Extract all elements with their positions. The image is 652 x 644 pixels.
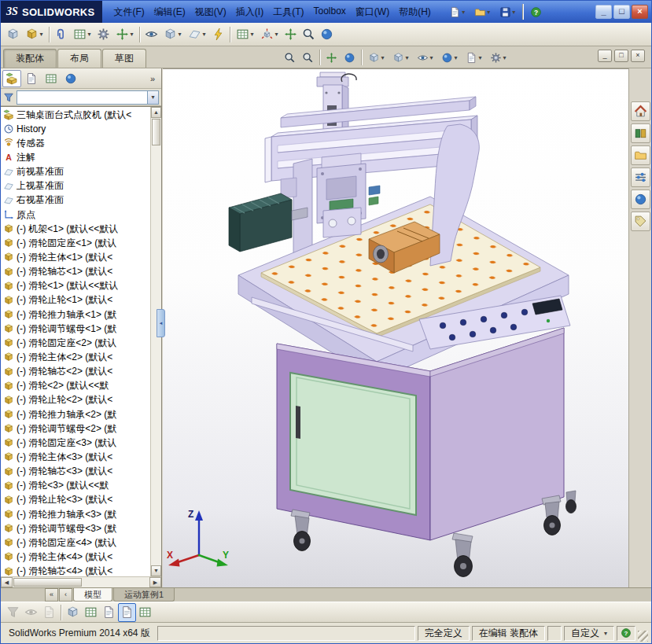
tree-item[interactable]: (-) 滑轮轴芯<4> (默认<	[1, 565, 150, 577]
scroll-up-icon[interactable]: ▲	[151, 107, 161, 118]
tree-item[interactable]: (-) 滑轮推力轴承<2> (默	[1, 407, 150, 421]
menu-file[interactable]: 文件(F)	[109, 4, 149, 20]
tree-item[interactable]: History	[1, 122, 150, 136]
zoom-to-area-icon[interactable]	[299, 49, 317, 66]
tree-item[interactable]: 原点	[1, 208, 150, 222]
tree-item[interactable]: (-) 滑轮固定座<1> (默认	[1, 236, 150, 250]
new-document-icon[interactable]	[445, 2, 470, 21]
menu-edit[interactable]: 编辑(E)	[149, 4, 190, 20]
menu-window[interactable]: 窗口(W)	[351, 4, 394, 20]
resize-grip[interactable]	[638, 631, 648, 642]
grid-snap-icon[interactable]	[136, 603, 154, 622]
performance-evaluation-icon[interactable]	[82, 603, 100, 622]
linear-component-pattern-icon[interactable]	[70, 25, 94, 44]
insert-components-icon[interactable]	[22, 25, 46, 44]
doc-minimize-button[interactable]: _	[598, 50, 612, 62]
status-customize[interactable]: 自定义	[564, 626, 614, 641]
tree-item[interactable]: (-) 滑轮固定座<2> (默认	[1, 336, 150, 350]
tab-motion-study-1[interactable]: 运动算例1	[113, 588, 175, 602]
tree-item[interactable]: 上视基准面	[1, 179, 150, 193]
doc-close-button[interactable]: ×	[631, 50, 645, 62]
menu-help[interactable]: 帮助(H)	[394, 4, 436, 20]
selected-display-mode-icon[interactable]	[118, 603, 136, 622]
zoom-to-fit-icon[interactable]	[281, 49, 299, 66]
tree-item[interactable]: (-) 滑轮主体<4> (默认<	[1, 550, 150, 564]
tree-item[interactable]: (-) 滑轮止轮<1> (默认<	[1, 293, 150, 307]
file-explorer-tab[interactable]	[631, 145, 650, 165]
view-settings-icon[interactable]	[486, 49, 510, 66]
tree-item[interactable]: 三轴桌面台式点胶机 (默认<	[1, 108, 150, 122]
show-hidden-components-icon[interactable]	[142, 25, 160, 44]
hide-show-items-icon[interactable]	[413, 49, 437, 66]
assembly-features-icon[interactable]	[160, 25, 185, 44]
minimize-button[interactable]: _	[595, 5, 612, 19]
reference-geometry-icon[interactable]	[185, 25, 209, 44]
panel-overflow-button[interactable]: »	[146, 74, 160, 83]
apply-scene-icon[interactable]	[462, 49, 486, 66]
tree-item[interactable]: 右视基准面	[1, 193, 150, 208]
previous-view-icon[interactable]	[322, 49, 341, 66]
move-component-icon[interactable]	[112, 25, 137, 44]
tree-item[interactable]: (-) 滑轮调节螺母<1> (默	[1, 322, 150, 336]
custom-properties-tab[interactable]	[631, 212, 650, 231]
tree-filter-input[interactable]: ▾	[17, 90, 159, 105]
tree-item[interactable]: (-) 滑轮主体<3> (默认<	[1, 450, 150, 464]
tab-layout[interactable]: 布局	[57, 49, 101, 68]
close-button[interactable]: ×	[632, 5, 648, 19]
open-icon[interactable]	[470, 2, 495, 21]
tree-item[interactable]: (-) 滑轮<2> (默认<<默	[1, 379, 150, 393]
section-view-icon[interactable]	[341, 49, 359, 66]
tab-sketch[interactable]: 草图	[102, 49, 146, 68]
graphics-viewport[interactable]: Z X Y	[163, 68, 628, 587]
status-help-icon[interactable]	[617, 626, 635, 641]
tree-vertical-scrollbar[interactable]: ▲ ▼	[150, 107, 161, 576]
tree-item[interactable]: (-) 滑轮推力轴承<1> (默	[1, 307, 150, 322]
scroll-left-icon[interactable]: ◀	[1, 577, 13, 587]
filter-dropdown-icon[interactable]: ▾	[147, 91, 158, 104]
scrollbar-thumb[interactable]	[152, 119, 160, 145]
tree-horizontal-scrollbar[interactable]: ◀ ▶	[1, 576, 161, 587]
assembly-visualization-icon[interactable]	[64, 603, 82, 622]
tree-item[interactable]: (-) 滑轮止轮<2> (默认<	[1, 393, 150, 407]
help-icon[interactable]	[527, 2, 545, 21]
tree-item[interactable]: (-) 滑轮主体<1> (默认<	[1, 250, 150, 264]
panel-splitter-handle[interactable]: ◂	[157, 309, 165, 337]
tree-item[interactable]: (-) 滑轮<3> (默认<<默	[1, 479, 150, 493]
menu-insert[interactable]: 插入(I)	[231, 4, 268, 20]
bill-of-materials-icon[interactable]	[233, 25, 257, 44]
filter-funnel-icon[interactable]	[3, 92, 14, 103]
menu-view[interactable]: 视图(V)	[190, 4, 231, 20]
tree-item[interactable]: 前视基准面	[1, 165, 150, 179]
tab-scroll-left-button[interactable]: ‹	[59, 588, 72, 602]
displaymanager-tab[interactable]	[61, 70, 80, 87]
solidworks-resources-tab[interactable]	[631, 101, 650, 121]
maximize-button[interactable]: □	[613, 5, 630, 19]
tree-item[interactable]: (-) 滑轮固定座<4> (默认	[1, 535, 150, 550]
configurationmanager-tab[interactable]	[42, 70, 61, 87]
design-library-tab[interactable]	[631, 123, 650, 143]
scrollbar-thumb[interactable]	[13, 578, 82, 587]
new-motion-study-icon[interactable]	[209, 25, 227, 44]
3d-model-view[interactable]	[163, 69, 628, 587]
tree-item[interactable]: (-) 滑轮调节螺母<3> (默	[1, 521, 150, 535]
exploded-view-icon[interactable]	[257, 25, 282, 44]
appearances-tab[interactable]	[631, 190, 650, 209]
edit-appearance-icon[interactable]	[437, 49, 462, 66]
tree-item[interactable]: (-) 滑轮<1> (默认<<默认	[1, 279, 150, 293]
take-snapshot-icon[interactable]	[300, 25, 318, 44]
tree-item[interactable]: (-) 滑轮主体<2> (默认<	[1, 350, 150, 364]
sheet-format-icon[interactable]	[100, 603, 118, 622]
tree-item[interactable]: (-) 滑轮固定座<3> (默认	[1, 436, 150, 450]
tree-item[interactable]: 注解	[1, 150, 150, 164]
display-style-icon[interactable]	[389, 49, 413, 66]
mate-icon[interactable]	[52, 25, 70, 44]
isolate-icon[interactable]	[318, 25, 336, 44]
tab-assembly[interactable]: 装配体	[3, 49, 57, 68]
tree-item[interactable]: 传感器	[1, 136, 150, 150]
tree-item[interactable]: (-) 滑轮推力轴承<3> (默	[1, 507, 150, 521]
tree-item[interactable]: (-) 滑轮轴芯<2> (默认<	[1, 365, 150, 379]
doc-restore-button[interactable]: □	[614, 50, 628, 62]
instant3d-icon[interactable]	[282, 25, 300, 44]
save-icon[interactable]	[495, 2, 520, 21]
tab-model[interactable]: 模型	[73, 588, 112, 602]
